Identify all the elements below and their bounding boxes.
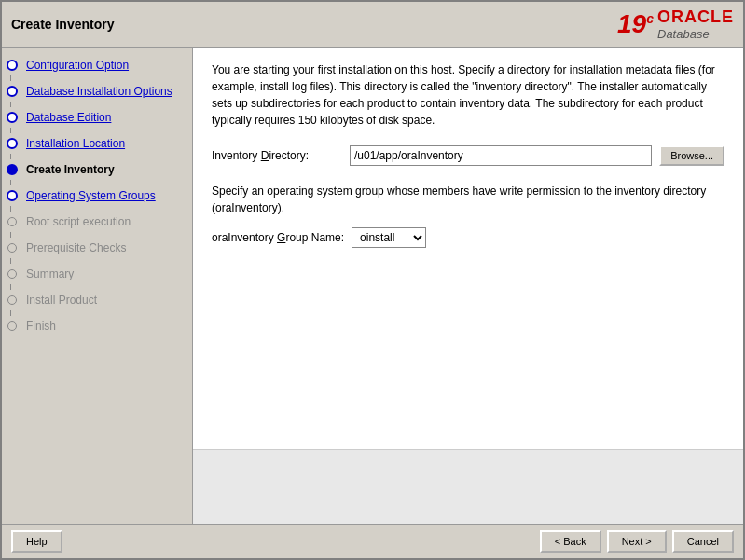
sidebar-row-install-loc: Installation Location [2, 133, 192, 159]
footer: Help < Back Next > Cancel [2, 524, 743, 558]
sidebar: Configuration Option Database Installati… [2, 48, 193, 524]
sidebar-item-create-inventory: Create Inventory [22, 160, 120, 179]
main-window: Create Inventory 19c ORACLE Database Con… [0, 0, 745, 560]
sidebar-row-create-inv: Create Inventory [2, 159, 192, 185]
sidebar-item-operating-system-groups[interactable]: Operating System Groups [22, 186, 161, 205]
sidebar-row-db-edition: Database Edition [2, 107, 192, 133]
sidebar-item-summary: Summary [22, 265, 79, 283]
icon-db-edition [6, 111, 19, 124]
cancel-button[interactable]: Cancel [672, 530, 734, 553]
sidebar-row-db-install: Database Installation Options [2, 81, 192, 107]
content-body: You are starting your first installation… [193, 48, 743, 449]
label-underline-d: D [261, 149, 269, 162]
sidebar-item-configuration-option[interactable]: Configuration Option [22, 56, 134, 75]
inventory-directory-row: Inventory Directory: Browse... [212, 145, 724, 166]
icon-os-groups [6, 189, 19, 202]
icon-db-install [6, 85, 19, 98]
oracle-product-name: Database [657, 27, 710, 41]
group-name-select[interactable]: oinstall dba oper [352, 227, 426, 248]
oracle-version: 19c [617, 9, 654, 39]
inventory-directory-input[interactable] [350, 145, 652, 166]
sidebar-row-finish: Finish [2, 316, 192, 336]
icon-summary [6, 267, 19, 280]
group-name-label: oraInventory Group Name: [212, 231, 344, 244]
group-name-row: oraInventory Group Name: oinstall dba op… [212, 227, 724, 248]
main-content: Configuration Option Database Installati… [2, 48, 743, 524]
sidebar-item-install-product: Install Product [22, 291, 103, 309]
sidebar-item-db-installation-options[interactable]: Database Installation Options [22, 82, 178, 101]
label-underline-g: G [277, 231, 285, 244]
icon-root-script [6, 215, 19, 228]
description-text: You are starting your first installation… [212, 61, 724, 129]
title-bar: Create Inventory 19c ORACLE Database [2, 2, 743, 48]
icon-create-inv [6, 163, 19, 176]
group-description-text: Specify an operating system group whose … [212, 183, 724, 216]
icon-finish [6, 320, 19, 333]
sidebar-item-root-script-execution: Root script execution [22, 212, 136, 231]
footer-nav-buttons: < Back Next > Cancel [540, 530, 734, 553]
icon-install-product [6, 294, 19, 307]
oracle-branding: ORACLE Database [657, 7, 734, 41]
bottom-panel [193, 449, 743, 524]
sidebar-item-installation-location[interactable]: Installation Location [22, 134, 131, 153]
sidebar-row-config: Configuration Option [2, 55, 192, 81]
help-button[interactable]: Help [11, 530, 62, 553]
sidebar-item-database-edition[interactable]: Database Edition [22, 108, 117, 127]
sidebar-item-prerequisite-checks: Prerequisite Checks [22, 239, 131, 257]
sidebar-row-prereq: Prerequisite Checks [2, 238, 192, 264]
sidebar-row-root-script: Root script execution [2, 212, 192, 238]
icon-config [6, 59, 19, 72]
sidebar-item-finish: Finish [22, 317, 62, 335]
oracle-brand-name: ORACLE [657, 7, 734, 27]
sidebar-row-os-groups: Operating System Groups [2, 185, 192, 212]
content-area: You are starting your first installation… [193, 48, 743, 524]
icon-install-loc [6, 137, 19, 150]
oracle-superscript: c [646, 11, 654, 26]
oracle-logo: 19c ORACLE Database [617, 7, 734, 41]
back-button[interactable]: < Back [540, 530, 601, 553]
browse-button[interactable]: Browse... [659, 145, 724, 166]
icon-prereq [6, 241, 19, 254]
sidebar-row-install-product: Install Product [2, 290, 192, 316]
sidebar-row-summary: Summary [2, 264, 192, 290]
next-button[interactable]: Next > [607, 530, 667, 553]
window-title: Create Inventory [11, 17, 114, 32]
inventory-directory-label: Inventory Directory: [212, 149, 342, 162]
